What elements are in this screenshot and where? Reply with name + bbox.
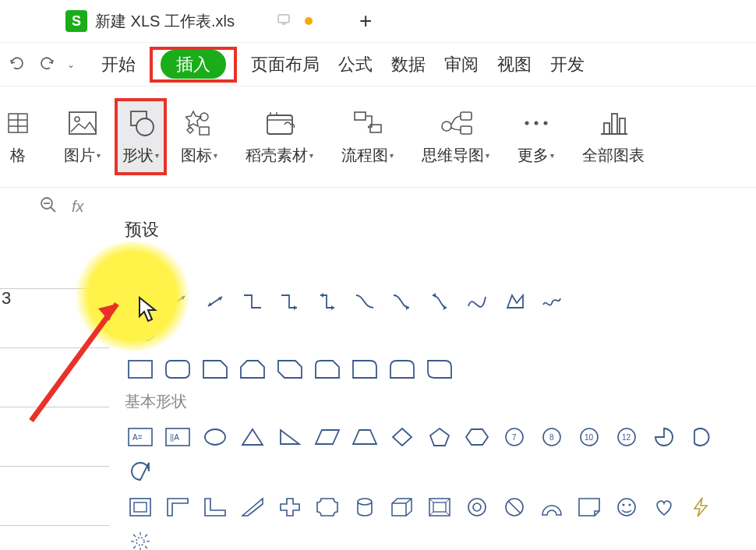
right-triangle-shape[interactable] [274,423,306,451]
app-icon: S [65,10,87,32]
svg-point-56 [618,499,635,516]
sun-shape[interactable] [125,527,156,550]
tab-view[interactable]: 视图 [489,48,539,81]
curved-connector-shape[interactable] [349,287,380,316]
round-diag-rect-shape[interactable] [424,355,455,383]
tab-insert[interactable]: 插入 [161,50,226,79]
l-shape[interactable] [200,493,231,521]
curve-shape[interactable] [461,287,493,316]
ribbon-shapes[interactable]: 形状▾ [122,108,159,166]
trapezoid-shape[interactable] [349,423,380,451]
parallelogram-shape[interactable] [312,423,343,451]
redo-button[interactable] [37,54,56,76]
triangle-shape[interactable] [237,423,268,451]
modified-dot-icon [305,17,313,25]
svg-text:7: 7 [512,433,517,442]
cube-shape[interactable] [387,493,418,521]
ribbon-shapes-label: 形状▾ [122,145,159,166]
ribbon-mindmap[interactable]: 思维导图▾ [408,108,503,166]
oval-shape[interactable] [200,423,231,451]
folded-corner-shape[interactable] [574,493,605,521]
scribble-shape[interactable] [536,287,567,316]
tab-developer[interactable]: 开发 [542,48,592,81]
hexagon-shape[interactable] [461,423,493,451]
ribbon-docer[interactable]: 稻壳素材▾ [231,108,327,166]
smiley-shape[interactable] [611,493,642,521]
ribbon-mindmap-label: 思维导图▾ [422,145,489,166]
line-arrow-shape[interactable] [162,287,193,316]
shapes-icon [123,108,159,139]
tab-review[interactable]: 审阅 [436,48,486,81]
rounded-rect-shape[interactable] [162,355,193,383]
round-same-side-rect-shape[interactable] [387,355,418,383]
octagon-shape[interactable]: 8 [536,423,567,451]
block-arc-shape[interactable] [536,493,567,521]
svg-text:||A: ||A [170,433,179,442]
quick-access-dropdown[interactable]: ⌄ [67,59,75,70]
document-tab[interactable]: S 新建 XLS 工作表.xls [55,4,246,38]
ribbon: 格 图片▾ 形状▾ 图标▾ 稻壳素材▾ 流程图▾ 思维导图▾ 更多▾ 全部图表 [0,86,756,188]
svg-point-18 [543,122,547,125]
svg-line-67 [145,534,147,537]
dodecagon-shape[interactable]: 12 [611,423,642,451]
teardrop-shape[interactable] [125,457,156,485]
tab-status [277,12,313,30]
heart-shape[interactable] [648,493,680,521]
flowchart-icon [350,108,386,139]
svg-rect-5 [69,112,96,134]
tab-start[interactable]: 开始 [94,48,143,81]
snip-diag-rect-shape[interactable] [274,355,306,383]
round-single-rect-shape[interactable] [349,355,380,383]
lightning-shape[interactable] [686,493,717,521]
diamond-shape[interactable] [387,423,418,451]
ribbon-picture[interactable]: 图片▾ [50,108,115,166]
ribbon-all-charts[interactable]: 全部图表 [568,108,659,166]
snip-round-rect-shape[interactable] [312,355,343,383]
plaque-shape[interactable] [312,493,343,521]
rectangles-row [125,355,740,383]
chord-shape[interactable] [686,423,717,451]
no-symbol-shape[interactable] [499,493,530,521]
fx-label[interactable]: fx [72,198,84,216]
pentagon-shape[interactable] [424,423,455,451]
tab-formulas[interactable]: 公式 [330,48,380,81]
red-arrow-annotation [23,288,140,428]
svg-line-64 [133,534,136,537]
ribbon-table[interactable]: 格 [0,108,50,166]
ribbon-flowchart-label: 流程图▾ [341,145,394,166]
donut-shape[interactable] [461,493,493,521]
half-frame-shape[interactable] [162,493,193,521]
curved-arrow-shape[interactable] [387,287,418,316]
frame-shape[interactable] [125,493,156,521]
ribbon-icons-label: 图标▾ [181,145,217,166]
elbow-connector-shape[interactable] [237,287,268,316]
zoom-out-icon[interactable] [39,196,58,217]
svg-line-65 [145,546,147,548]
elbow-arrow-shape[interactable] [274,287,306,316]
line-double-arrow-shape[interactable] [200,287,231,316]
tab-title: 新建 XLS 工作表.xls [95,11,235,32]
can-shape[interactable] [349,493,380,521]
snip-same-side-rect-shape[interactable] [237,355,268,383]
snip-single-rect-shape[interactable] [200,355,231,383]
new-tab-button[interactable]: + [359,9,372,33]
heptagon-shape[interactable]: 7 [499,423,530,451]
ribbon-flowchart[interactable]: 流程图▾ [327,108,408,166]
ribbon-table-label: 格 [10,145,26,166]
bevel-shape[interactable] [424,493,455,521]
pie-shape[interactable] [648,423,680,451]
ribbon-icons[interactable]: 图标▾ [167,108,231,166]
freeform-shape[interactable] [499,287,530,316]
undo-button[interactable] [8,54,26,76]
shapes-panel: 预设 线条 矩形 基本形状 A= ||A [109,201,756,550]
basic-row-2 [125,493,740,550]
elbow-double-arrow-shape[interactable] [312,287,343,316]
tab-page-layout[interactable]: 页面布局 [243,48,327,81]
decagon-shape[interactable]: 10 [574,423,605,451]
curved-double-arrow-shape[interactable] [424,287,455,316]
diagonal-stripe-shape[interactable] [237,493,268,521]
plus-shape[interactable] [274,493,306,521]
textbox-v-shape[interactable]: ||A [162,423,193,451]
tab-data[interactable]: 数据 [383,48,433,81]
ribbon-more[interactable]: 更多▾ [503,108,568,166]
